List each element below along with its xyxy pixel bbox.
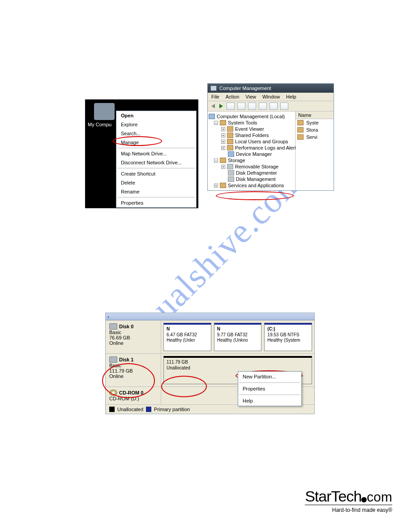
expand-icon[interactable]: + [221,140,225,144]
tree-perf-logs[interactable]: + Performance Logs and Alerts [209,145,294,151]
menu-view[interactable]: View [245,94,256,99]
folder-icon [227,139,233,144]
menu-separator [117,168,195,168]
tree-local-users[interactable]: + Local Users and Groups [209,138,294,145]
tree-services-apps[interactable]: + Services and Applications [209,182,294,189]
tree-event-viewer[interactable]: + Event Viewer [209,126,294,132]
folder-icon [220,158,226,163]
menu-item-rename[interactable]: Rename [116,187,196,196]
menu-item-new-partition[interactable]: New Partition... [238,372,301,382]
device-icon [228,151,234,157]
folder-icon [297,134,304,140]
collapse-icon[interactable]: − [214,121,218,125]
list-item[interactable]: Stora [295,126,334,133]
tree-storage[interactable]: − Storage [209,157,294,163]
brand-logo: StarTechcom Hard-to-find made easy® [305,489,392,513]
menu-item-manage[interactable]: Manage [116,138,196,147]
menu-separator [239,382,300,383]
toolbar-button[interactable] [248,103,256,110]
scroll-left-icon[interactable]: ‹ [107,314,109,320]
cdrom-info[interactable]: CD-ROM 0 CD-ROM (D:) [106,387,161,404]
tree-shared-folders[interactable]: + Shared Folders [209,132,294,138]
collapse-icon[interactable]: − [214,159,218,163]
screenshot-computer-management: Computer Management File Action View Win… [207,83,334,191]
tree-removable-storage[interactable]: + Removable Storage [209,163,294,170]
legend-swatch-unalloc [109,407,115,412]
partition[interactable]: N 9.77 GB FAT32 Healthy (Unkno [214,323,262,351]
legend-swatch-primary [146,407,151,412]
partition-context-menu: New Partition... Properties Help [238,371,302,406]
window-titlebar[interactable]: Computer Management [208,84,334,93]
tree-system-tools[interactable]: − System Tools [209,120,294,126]
brand-tagline: Hard-to-find made easy® [305,505,392,513]
menu-item-map-drive[interactable]: Map Network Drive... [116,149,196,158]
tree-device-mgr[interactable]: Device Manager [209,151,294,157]
my-computer-icon[interactable] [94,103,115,120]
menu-file[interactable]: File [211,94,219,99]
folder-icon [227,126,233,132]
scrollbar-top[interactable]: ‹ [106,313,314,320]
folder-icon [220,183,226,188]
my-computer-label: My Compu [88,122,111,127]
toolbar-button[interactable] [270,103,278,110]
computer-icon [209,114,215,119]
menu-separator [117,197,195,197]
menu-separator [239,395,300,395]
highlight-ellipse-diskmgmt [216,191,294,200]
dot-icon [361,497,367,502]
disk-icon [109,323,117,330]
folder-icon [297,120,304,125]
tree-nav: Computer Management (Local) − System Too… [208,112,295,190]
window-title: Computer Management [219,86,271,91]
legend-label-primary: Primary partition [154,407,190,412]
menu-item-search[interactable]: Search... [116,129,196,138]
toolbar-button[interactable] [237,103,245,110]
folder-icon [220,120,226,125]
disk0-info[interactable]: Disk 0 Basic 76.69 GB Online [106,321,161,353]
menu-separator [117,148,195,148]
toolbar [208,101,334,112]
column-header-name[interactable]: Name [295,112,334,119]
menu-item-explore[interactable]: Explore [116,120,196,129]
tree-disk-defrag[interactable]: Disk Defragmenter [209,170,294,176]
toolbar-button[interactable] [280,103,288,110]
defrag-icon [228,170,234,176]
disk-row-0: Disk 0 Basic 76.69 GB Online N 6.47 GB F… [106,320,314,353]
partition[interactable]: (C:) 19.53 GB NTFS Healthy (System [264,323,312,351]
menu-item-help[interactable]: Help [238,396,301,406]
menu-item-disconnect-drive[interactable]: Disconnect Network Drive... [116,158,196,167]
menu-item-open[interactable]: Open [116,111,196,120]
menu-help[interactable]: Help [286,94,296,99]
menu-window[interactable]: Window [262,94,280,99]
folder-icon [227,133,233,138]
expand-icon[interactable]: + [221,165,225,169]
partition[interactable]: N 6.47 GB FAT32 Healthy (Unkn [163,323,211,351]
toolbar-button[interactable] [259,103,267,110]
menu-item-delete[interactable]: Delete [116,178,196,187]
toolbar-button[interactable] [227,103,235,110]
app-icon [210,86,217,91]
right-pane: Name Syste Stora Servi [295,112,334,190]
menu-item-properties[interactable]: Properties [116,198,196,207]
screenshot-context-menu: My Compu Open Explore Search... Manage M… [85,99,198,208]
forward-icon[interactable] [219,104,223,108]
tree-disk-management[interactable]: Disk Management [209,176,294,182]
menubar: File Action View Window Help [208,93,334,101]
menu-action[interactable]: Action [226,94,240,99]
expand-icon[interactable]: + [221,133,225,137]
screenshot-disk-management: ‹ Disk 0 Basic 76.69 GB Online N 6.47 GB… [105,313,315,414]
tree-root[interactable]: Computer Management (Local) [209,113,294,120]
folder-icon [227,145,233,150]
list-item[interactable]: Syste [295,119,334,126]
list-item[interactable]: Servi [295,133,334,141]
back-icon[interactable] [211,104,215,108]
expand-icon[interactable]: + [221,127,225,131]
my-computer-context-menu: Open Explore Search... Manage Map Networ… [116,111,197,208]
menu-item-properties[interactable]: Properties [238,384,301,394]
cdrom-icon [109,390,117,396]
menu-item-create-shortcut[interactable]: Create Shortcut [116,169,196,178]
expand-icon[interactable]: + [214,184,218,188]
expand-icon[interactable]: + [221,146,225,150]
disk1-info[interactable]: Disk 1 Basic 111.79 GB Online [106,354,161,386]
legend-label-unalloc: Unallocated [117,407,143,412]
